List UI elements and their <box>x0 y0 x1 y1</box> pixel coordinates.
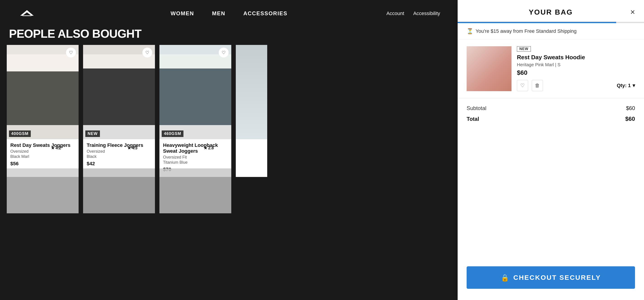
remove-item-button[interactable]: 🗑 <box>532 80 543 91</box>
cart-close-button[interactable]: × <box>630 8 635 16</box>
total-row: Total $60 <box>466 116 635 122</box>
product-card-partial <box>160 168 231 213</box>
product-info: Training Fleece Joggers Oversized Black … <box>83 139 155 171</box>
athlete-image-2 <box>83 45 155 139</box>
product-image: 460GSM ♡ <box>160 45 231 139</box>
section-title: PEOPLE ALSO BOUGHT <box>9 27 142 40</box>
product-card-partial <box>83 168 155 213</box>
product-text: Rest Day Sweats Joggers Oversized Black … <box>10 142 70 166</box>
qty-label: Qty: 1 <box>617 83 631 88</box>
item-action-buttons: ♡ 🗑 <box>517 80 543 91</box>
shipping-notice: ⏳ You're $15 away from Free Standard Shi… <box>458 23 644 40</box>
product-rating: ★ 4.3 <box>127 146 138 150</box>
cart-title: YOUR BAG <box>529 8 573 16</box>
star-icon: ★ <box>127 146 131 150</box>
checkout-button[interactable]: 🔒 CHECKOUT SECURELY <box>466 266 635 289</box>
total-value: $60 <box>625 116 635 122</box>
product-badge: 400GSM <box>9 130 31 137</box>
brand-logo-icon <box>18 9 36 18</box>
trash-icon: 🗑 <box>535 83 540 88</box>
product-name: Rest Day Sweats Joggers <box>10 142 70 148</box>
product-card[interactable]: NEW ♡ Training Fleece Joggers Oversized … <box>83 45 155 177</box>
product-footer: Heavyweight Loopback Sweat Joggers Overs… <box>163 142 228 172</box>
nav-right: Account Accessibility <box>386 10 440 16</box>
rating-value: 4.3 <box>132 146 138 150</box>
product-color: Titanium Blue <box>163 160 228 165</box>
wishlist-button[interactable]: ♡ <box>66 48 76 58</box>
nav-center: WOMEN MEN ACCESSORIES <box>171 10 288 16</box>
cart-item: NEW Rest Day Sweats Hoodie Heritage Pink… <box>458 40 644 98</box>
star-icon: ★ <box>51 146 54 150</box>
product-color: Black <box>87 154 143 159</box>
nav-accessories[interactable]: ACCESSORIES <box>244 10 288 16</box>
shipping-icon: ⏳ <box>466 28 473 34</box>
heart-icon: ♡ <box>69 50 73 55</box>
product-badge: 460GSM <box>162 130 184 137</box>
product-price: $42 <box>87 161 143 166</box>
cart-totals: Subtotal $60 Total $60 <box>458 98 644 133</box>
main-content: WOMEN MEN ACCESSORIES Account Accessibil… <box>0 0 458 300</box>
product-text: Heavyweight Loopback Sweat Joggers Overs… <box>163 142 228 172</box>
partial-product-image <box>236 45 267 139</box>
hoodie-image <box>466 46 512 91</box>
cart-item-variant: Heritage Pink Marl | S <box>517 62 635 67</box>
subtotal-value: $60 <box>626 105 635 112</box>
product-image: 400GSM ♡ <box>7 45 78 139</box>
product-sub: Oversized <box>10 149 70 154</box>
nav-women[interactable]: WOMEN <box>171 10 194 16</box>
top-navigation: WOMEN MEN ACCESSORIES Account Accessibil… <box>0 0 458 27</box>
products-grid: 400GSM ♡ Rest Day Sweats Joggers Oversiz… <box>7 45 456 177</box>
athlete-image-1 <box>7 45 78 139</box>
heart-icon: ♡ <box>520 83 525 88</box>
partial-product-card <box>236 45 267 177</box>
product-footer: Training Fleece Joggers Oversized Black … <box>87 142 151 166</box>
svg-marker-0 <box>20 10 34 16</box>
product-card-partial <box>7 168 78 213</box>
cart-item-price: $60 <box>517 69 635 76</box>
cart-item-details: NEW Rest Day Sweats Hoodie Heritage Pink… <box>517 46 635 91</box>
new-badge: NEW <box>517 46 531 52</box>
lock-icon: 🔒 <box>501 274 510 282</box>
nav-men[interactable]: MEN <box>212 10 225 16</box>
logo-area <box>18 9 36 18</box>
product-color: Black Marl <box>10 154 70 159</box>
product-price: $56 <box>10 161 70 166</box>
rating-value: 2.8 <box>208 146 214 150</box>
product-rating: ★ 4.2 <box>51 146 61 150</box>
product-info: Rest Day Sweats Joggers Oversized Black … <box>7 139 78 171</box>
product-sub: Oversized Fit <box>163 155 228 160</box>
products-grid-row-2 <box>7 168 456 213</box>
rating-value: 4.2 <box>56 146 61 150</box>
product-footer: Rest Day Sweats Joggers Oversized Black … <box>10 142 75 166</box>
athlete-image-3 <box>160 45 231 139</box>
product-image: NEW ♡ <box>83 45 155 139</box>
wishlist-item-button[interactable]: ♡ <box>517 80 528 91</box>
chevron-down-icon: ▾ <box>632 83 635 88</box>
product-card[interactable]: 400GSM ♡ Rest Day Sweats Joggers Oversiz… <box>7 45 78 177</box>
heart-icon: ♡ <box>145 50 149 55</box>
quantity-selector[interactable]: Qty: 1 ▾ <box>617 83 635 88</box>
total-label: Total <box>466 116 479 122</box>
wishlist-button[interactable]: ♡ <box>142 48 152 58</box>
account-link[interactable]: Account <box>386 10 404 16</box>
product-card[interactable]: 460GSM ♡ Heavyweight Loopback Sweat Jogg… <box>160 45 231 177</box>
accessibility-link[interactable]: Accessibility <box>413 10 440 16</box>
cart-item-actions: ♡ 🗑 Qty: 1 ▾ <box>517 80 635 91</box>
subtotal-row: Subtotal $60 <box>466 105 635 112</box>
cart-header: YOUR BAG × <box>458 0 644 22</box>
cart-item-image <box>466 46 512 91</box>
cart-item-name: Rest Day Sweats Hoodie <box>517 54 635 61</box>
star-icon: ★ <box>204 146 207 150</box>
heart-icon: ♡ <box>222 50 226 55</box>
subtotal-label: Subtotal <box>466 105 486 112</box>
checkout-label: CHECKOUT SECURELY <box>513 274 601 281</box>
wishlist-button[interactable]: ♡ <box>219 48 228 58</box>
product-badge: NEW <box>85 130 100 137</box>
cart-sidebar: YOUR BAG × ⏳ You're $15 away from Free S… <box>458 0 644 300</box>
product-rating: ★ 2.8 <box>204 146 214 150</box>
product-name: Heavyweight Loopback Sweat Joggers <box>163 142 228 154</box>
shipping-message: You're $15 away from Free Standard Shipp… <box>476 28 577 34</box>
